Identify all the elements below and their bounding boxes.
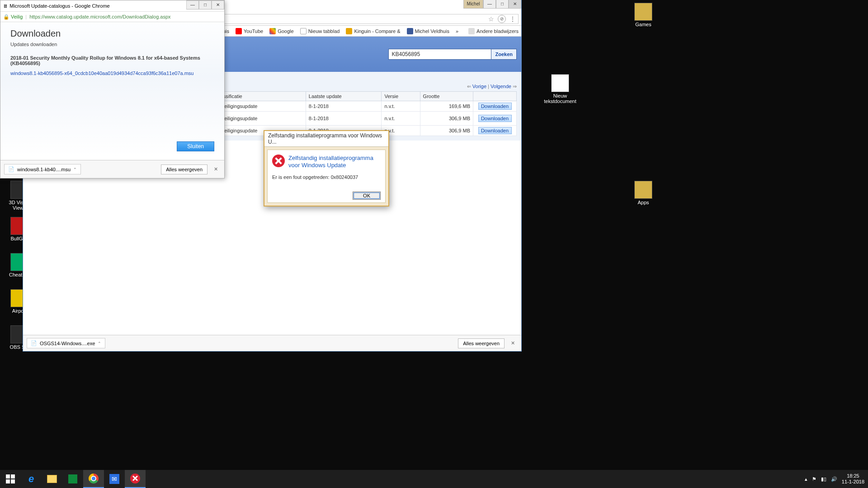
close-dialog-button[interactable]: Sluiten	[177, 141, 214, 151]
close-downloadbar-button[interactable]: ✕	[211, 164, 221, 174]
extension-icon[interactable]: ⊘	[498, 15, 506, 23]
bookmark-newtab[interactable]: Nieuw tabblad	[300, 28, 340, 34]
chevron-up-icon[interactable]: ⌃	[73, 167, 77, 172]
error-icon	[272, 155, 285, 167]
bookmark-google[interactable]: Google	[269, 28, 293, 34]
tray-overflow-icon[interactable]: ▴	[805, 476, 807, 482]
tray-flag-icon[interactable]: ⚑	[812, 476, 816, 482]
download-button[interactable]: Downloaden	[478, 127, 512, 134]
tray-volume-icon[interactable]: 🔊	[831, 476, 837, 482]
file-icon: 📄	[31, 340, 37, 346]
pager-prev[interactable]: Vorige	[472, 84, 486, 89]
titlebar-front[interactable]: 🗎 Microsoft Update-catalogus - Google Ch…	[0, 0, 224, 11]
svg-rect-0	[6, 474, 10, 479]
chrome-download-bar-back: 📄 OSGS14-Windows....exe ⌃ Alles weergeve…	[23, 335, 521, 351]
show-all-downloads-button[interactable]: Alles weergeven	[161, 164, 208, 174]
start-button[interactable]	[0, 470, 21, 488]
taskbar-chrome[interactable]	[83, 470, 104, 488]
chevron-up-icon[interactable]: ⌃	[98, 341, 101, 346]
th-lastupdate[interactable]: Laatste update	[306, 92, 382, 101]
dialog-message: Er is een fout opgetreden: 0x80240037	[272, 174, 381, 180]
taskbar-clock[interactable]: 18:25 11-1-2018	[842, 473, 864, 485]
taskbar-file-explorer[interactable]	[42, 470, 62, 488]
desktop-icon-newtextdoc[interactable]: Nieuw tekstdocument	[540, 74, 580, 104]
page-heading: Downloaden	[10, 28, 214, 39]
page-subheading: Updates downloaden	[10, 42, 214, 47]
bookmark-michel2[interactable]: Michel Veldhuis	[407, 28, 449, 34]
svg-rect-3	[11, 479, 15, 483]
minimize-button[interactable]: —	[483, 0, 496, 9]
bookmark-other[interactable]: Andere bladwijzers	[468, 28, 519, 34]
taskbar-ie[interactable]: e	[21, 470, 42, 488]
download-button[interactable]: Downloaden	[478, 115, 512, 122]
th-classification[interactable]: Classificatie	[213, 92, 306, 101]
th-size[interactable]: Grootte	[420, 92, 473, 101]
system-tray[interactable]: ▴ ⚑ ▮▯ 🔊 18:25 11-1-2018	[801, 470, 868, 488]
download-chip[interactable]: 📄 windows8.1-kb40....msu ⌃	[4, 164, 81, 174]
page-favicon-icon: 🗎	[3, 3, 8, 9]
catalog-search-input[interactable]	[388, 49, 491, 60]
bookmark-kinguin[interactable]: Kinguin - Compare &	[346, 28, 400, 34]
taskbar-store[interactable]	[62, 470, 83, 488]
download-button[interactable]: Downloaden	[478, 103, 512, 110]
download-chip[interactable]: 📄 OSGS14-Windows....exe ⌃	[27, 338, 105, 348]
bookmark-star-icon[interactable]: ☆	[488, 15, 494, 23]
close-button[interactable]: ✕	[509, 0, 521, 9]
th-version[interactable]: Versie	[382, 92, 420, 101]
chrome-popup-download-dialog: 🗎 Microsoft Update-catalogus - Google Ch…	[0, 0, 225, 178]
popup-address-row: 🔒Veilig | https://www.catalog.update.mic…	[0, 11, 224, 22]
desktop-icon-apps[interactable]: Apps	[627, 181, 660, 205]
dialog-title[interactable]: Zelfstandig installatieprogramma voor Wi…	[264, 131, 388, 147]
chrome-download-bar-front: 📄 windows8.1-kb40....msu ⌃ Alles weergev…	[0, 160, 224, 178]
error-dialog: Zelfstandig installatieprogramma voor Wi…	[264, 130, 389, 206]
ok-button[interactable]: OK	[353, 192, 381, 200]
pager-next[interactable]: Volgende	[491, 84, 511, 89]
bookmarks-overflow[interactable]: »	[456, 28, 458, 34]
tray-network-icon[interactable]: ▮▯	[821, 476, 826, 482]
show-all-downloads-button[interactable]: Alles weergeven	[458, 338, 505, 348]
close-downloadbar-button[interactable]: ✕	[508, 338, 518, 348]
popup-url[interactable]: https://www.catalog.update.microsoft.com…	[29, 14, 170, 19]
dialog-heading: Zelfstandig installatieprogramma voor Wi…	[288, 155, 381, 169]
svg-rect-1	[11, 474, 15, 479]
window-title: Microsoft Update-catalogus - Google Chro…	[9, 3, 109, 9]
lock-icon: 🔒	[3, 14, 9, 20]
maximize-button[interactable]: □	[199, 0, 212, 9]
svg-rect-2	[6, 479, 10, 483]
desktop-icon-games[interactable]: Games	[627, 3, 660, 27]
update-title: 2018-01 Security Monthly Quality Rollup …	[10, 55, 214, 66]
download-file-link[interactable]: windows8.1-kb4056895-x64_0cdcb10e40aa019…	[10, 70, 194, 76]
chrome-menu-icon[interactable]: ⋮	[509, 15, 515, 23]
minimize-button[interactable]: —	[186, 0, 199, 9]
taskbar-wusa-error[interactable]	[125, 470, 146, 488]
catalog-search-button[interactable]: Zoeken	[491, 49, 517, 60]
taskbar-mail[interactable]: ✉	[104, 470, 125, 488]
bookmark-youtube[interactable]: YouTube	[236, 28, 263, 34]
secure-badge[interactable]: 🔒Veilig	[3, 14, 23, 20]
maximize-button[interactable]: □	[496, 0, 509, 9]
file-icon: 📄	[8, 166, 14, 172]
close-button[interactable]: ✕	[212, 0, 224, 9]
taskbar: e ✉ ▴ ⚑ ▮▯ 🔊 18:25 11-1-2018	[0, 470, 868, 488]
chrome-profile-badge[interactable]: Michel	[463, 0, 483, 9]
download-dialog-body: Downloaden Updates downloaden 2018-01 Se…	[0, 22, 224, 158]
